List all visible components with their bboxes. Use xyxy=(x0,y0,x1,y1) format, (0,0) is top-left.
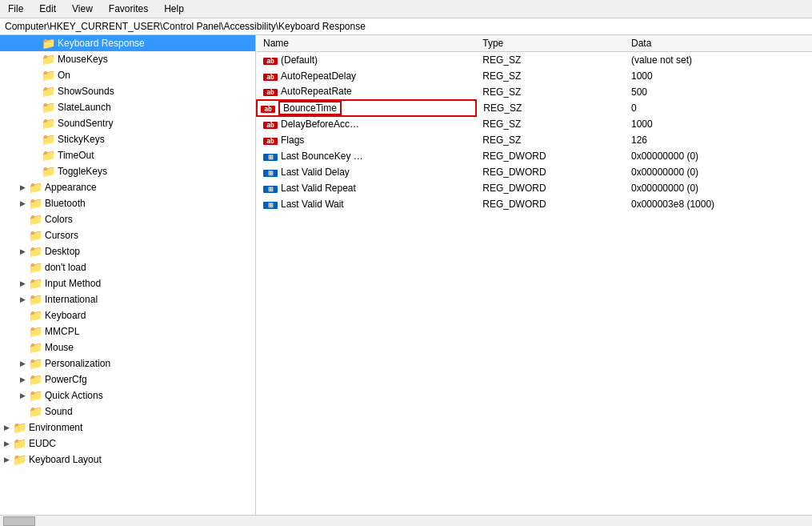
tree-label-eudc: EUDC xyxy=(29,438,56,449)
reg-type: REG_DWORD xyxy=(476,196,625,212)
folder-icon-environment: 📁 xyxy=(13,421,26,434)
table-row[interactable]: abAutoRepeatRateREG_SZ500 xyxy=(257,84,812,100)
expand-icon-inputmethod[interactable]: ▶ xyxy=(16,279,29,287)
table-row[interactable]: ⊞Last Valid RepeatREG_DWORD0x00000000 (0… xyxy=(257,180,812,196)
reg-icon-dword: ⊞ xyxy=(263,154,278,161)
reg-name-text: DelayBeforeAcc… xyxy=(281,118,359,130)
folder-icon-bluetooth: 📁 xyxy=(29,197,42,210)
folder-icon-colors: 📁 xyxy=(29,213,42,226)
tree-label-mouse: Mouse xyxy=(45,342,74,353)
tree-item-international[interactable]: ▶📁International xyxy=(0,291,255,307)
expand-icon-desktop[interactable]: ▶ xyxy=(16,247,29,255)
tree-label-colors: Colors xyxy=(45,214,73,225)
expand-icon-eudc[interactable]: ▶ xyxy=(0,440,13,448)
tree-label-environment: Environment xyxy=(29,422,82,433)
expand-icon-powercfg[interactable]: ▶ xyxy=(16,375,29,383)
menu-favorites[interactable]: Favorites xyxy=(104,2,153,16)
menu-help[interactable]: Help xyxy=(159,2,189,16)
tree-item-colors[interactable]: 📁Colors xyxy=(0,211,255,227)
tree-label-personalization: Personalization xyxy=(45,358,110,369)
expand-icon-international[interactable]: ▶ xyxy=(16,295,29,303)
table-row[interactable]: abAutoRepeatDelayREG_SZ1000 xyxy=(257,68,812,84)
tree-item-eudc[interactable]: ▶📁EUDC xyxy=(0,436,255,452)
address-path: Computer\HKEY_CURRENT_USER\Control Panel… xyxy=(5,21,366,32)
folder-icon-mouse: 📁 xyxy=(29,341,42,354)
expand-icon-environment[interactable]: ▶ xyxy=(0,424,13,432)
table-row[interactable]: ab(Default)REG_SZ(value not set) xyxy=(257,52,812,68)
tree-label-bluetooth: Bluetooth xyxy=(45,198,86,209)
folder-icon-sound: 📁 xyxy=(29,405,42,418)
tree-panel[interactable]: 📁Keyboard Response📁MouseKeys📁On📁ShowSoun… xyxy=(0,35,256,515)
tree-item-inputmethod[interactable]: ▶📁Input Method xyxy=(0,275,255,291)
table-row[interactable]: ⊞Last Valid DelayREG_DWORD0x00000000 (0) xyxy=(257,164,812,180)
tree-item-stickykeys[interactable]: 📁StickyKeys xyxy=(0,131,255,147)
tree-item-keyboard[interactable]: 📁Keyboard xyxy=(0,307,255,323)
addressbar: Computer\HKEY_CURRENT_USER\Control Panel… xyxy=(0,18,812,35)
col-type: Type xyxy=(476,35,625,52)
tree-item-powercfg[interactable]: ▶📁PowerCfg xyxy=(0,371,255,387)
reg-data: 0x00000000 (0) xyxy=(625,148,812,164)
reg-name: ⊞Last Valid Repeat xyxy=(257,180,476,196)
tree-item-keyboard-response[interactable]: 📁Keyboard Response xyxy=(0,35,255,51)
tree-item-bluetooth[interactable]: ▶📁Bluetooth xyxy=(0,195,255,211)
tree-item-quickactions[interactable]: ▶📁Quick Actions xyxy=(0,387,255,404)
tree-label-quickactions: Quick Actions xyxy=(45,390,103,401)
reg-icon-sz: ab xyxy=(263,138,278,145)
menu-file[interactable]: File xyxy=(3,2,28,16)
table-row[interactable]: abFlagsREG_SZ126 xyxy=(257,132,812,148)
tree-label-international: International xyxy=(45,294,98,305)
expand-icon-appearance[interactable]: ▶ xyxy=(16,183,29,191)
menu-view[interactable]: View xyxy=(67,2,98,16)
folder-icon-keyboard: 📁 xyxy=(29,309,42,322)
tree-label-powercfg: PowerCfg xyxy=(45,374,87,385)
tree-item-cursors[interactable]: 📁Cursors xyxy=(0,227,255,243)
tree-label-inputmethod: Input Method xyxy=(45,278,101,289)
tree-item-togglekeys[interactable]: 📁ToggleKeys xyxy=(0,163,255,179)
reg-name-text: Last Valid Repeat xyxy=(281,183,356,194)
tree-item-personalization[interactable]: ▶📁Personalization xyxy=(0,355,255,371)
table-row[interactable]: abDelayBeforeAcc…REG_SZ1000 xyxy=(257,116,812,132)
tree-item-soundsentry[interactable]: 📁SoundSentry xyxy=(0,115,255,131)
tree-item-dontload[interactable]: 📁don't load xyxy=(0,259,255,275)
tree-item-desktop[interactable]: ▶📁Desktop xyxy=(0,243,255,259)
reg-name: abAutoRepeatDelay xyxy=(257,68,476,84)
tree-item-slatelaunch[interactable]: 📁SlateLaunch xyxy=(0,99,255,115)
tree-item-mousekeys[interactable]: 📁MouseKeys xyxy=(0,51,255,67)
horizontal-scrollbar[interactable] xyxy=(0,515,812,526)
tree-item-showsounds[interactable]: 📁ShowSounds xyxy=(0,83,255,99)
reg-name: abAutoRepeatRate xyxy=(257,84,476,100)
expand-icon-personalization[interactable]: ▶ xyxy=(16,359,29,367)
reg-name-text: Last Valid Delay xyxy=(281,167,350,178)
reg-name-text: Flags xyxy=(281,135,304,146)
tree-label-keyboardlayout: Keyboard Layout xyxy=(29,454,102,465)
reg-icon-sz: ab xyxy=(263,74,278,81)
tree-item-appearance[interactable]: ▶📁Appearance xyxy=(0,179,255,195)
menu-edit[interactable]: Edit xyxy=(34,2,61,16)
tree-item-mmcpl[interactable]: 📁MMCPL xyxy=(0,323,255,339)
table-row[interactable]: abBounceTimeREG_SZ0 xyxy=(257,100,812,116)
hscroll-thumb[interactable] xyxy=(3,516,35,526)
expand-icon-keyboardlayout[interactable]: ▶ xyxy=(0,456,13,464)
table-row[interactable]: ⊞Last Valid WaitREG_DWORD0x000003e8 (100… xyxy=(257,196,812,212)
reg-name: abDelayBeforeAcc… xyxy=(257,116,476,132)
reg-icon-sz: ab xyxy=(263,122,278,129)
tree-label-mousekeys: MouseKeys xyxy=(58,54,108,65)
col-data: Data xyxy=(625,35,812,52)
folder-icon-slatelaunch: 📁 xyxy=(42,101,55,114)
reg-name-text: Last BounceKey … xyxy=(281,151,363,162)
tree-label-stickykeys: StickyKeys xyxy=(58,134,105,145)
expand-icon-quickactions[interactable]: ▶ xyxy=(16,391,29,400)
tree-item-mouse[interactable]: 📁Mouse xyxy=(0,339,255,355)
tree-item-environment[interactable]: ▶📁Environment xyxy=(0,420,255,436)
tree-label-showsounds: ShowSounds xyxy=(58,86,114,97)
tree-item-sound[interactable]: 📁Sound xyxy=(0,404,255,420)
tree-item-keyboardlayout[interactable]: ▶📁Keyboard Layout xyxy=(0,452,255,468)
reg-type: REG_DWORD xyxy=(476,180,625,196)
tree-item-timeout[interactable]: 📁TimeOut xyxy=(0,147,255,163)
expand-icon-bluetooth[interactable]: ▶ xyxy=(16,199,29,207)
tree-item-on[interactable]: 📁On xyxy=(0,67,255,83)
reg-type: REG_SZ xyxy=(476,116,625,132)
folder-icon-keyboard-response: 📁 xyxy=(42,37,55,50)
folder-icon-desktop: 📁 xyxy=(29,245,42,258)
table-row[interactable]: ⊞Last BounceKey …REG_DWORD0x00000000 (0) xyxy=(257,148,812,164)
